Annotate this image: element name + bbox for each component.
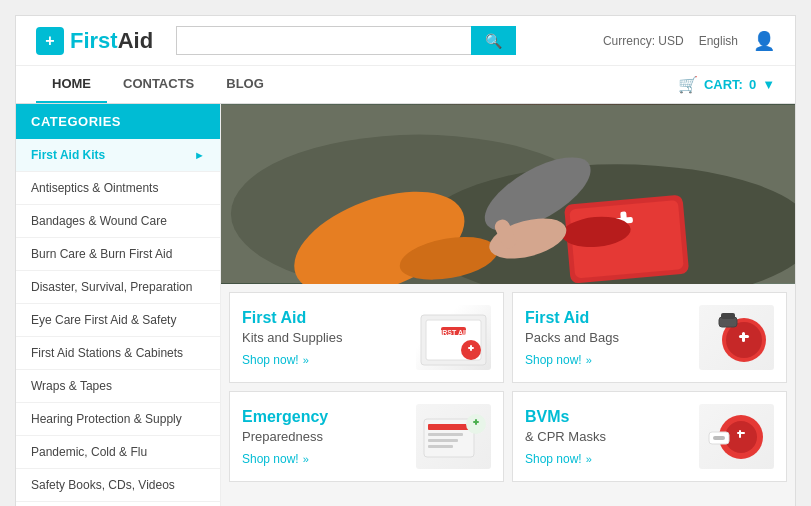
user-icon[interactable]: 👤 [753,30,775,52]
main-content: CATEGORIES First Aid Kits ► Antiseptics … [16,104,795,506]
cart-icon: 🛒 [678,75,698,94]
svg-rect-30 [428,445,453,448]
product-card-bvm: BVMs & CPR Masks Shop now! » [512,391,787,482]
cart-dropdown-icon: ▼ [762,77,775,92]
product-image-emergency [416,404,491,469]
navbar: HOME CONTACTS BLOG 🛒 CART: 0 ▼ [16,66,795,104]
nav-left: HOME CONTACTS BLOG [36,66,280,103]
product-image-kits: FIRST AID [416,305,491,370]
cart-area[interactable]: 🛒 CART: 0 ▼ [678,75,775,94]
card-subtitle-packs: Packs and Bags [525,330,689,345]
sidebar-item-disaster[interactable]: Disaster, Survival, Preparation [16,271,220,304]
kits-svg: FIRST AID [416,305,491,370]
packs-svg [699,305,774,370]
hero-banner [221,104,795,284]
hero-image [221,104,795,284]
product-card-kits: First Aid Kits and Supplies Shop now! » [229,292,504,383]
svg-text:FIRST AID: FIRST AID [436,329,470,336]
svg-rect-25 [721,313,735,319]
logo-icon: + [36,27,64,55]
svg-rect-29 [428,439,458,442]
arrow-right-icon-packs: » [586,354,592,366]
svg-rect-28 [428,433,463,436]
logo[interactable]: + FirstAid [36,27,166,55]
store-container: + FirstAid 🔍 Currency: USD English 👤 HOM… [15,15,796,506]
sidebar-item-bandages[interactable]: Bandages & Wound Care [16,205,220,238]
cart-label: CART: [704,77,743,92]
header: + FirstAid 🔍 Currency: USD English 👤 [16,16,795,66]
svg-rect-19 [470,345,472,351]
categories-title: CATEGORIES [16,104,220,139]
arrow-right-icon-emergency: » [303,453,309,465]
hero-background [221,104,795,284]
sidebar-item-eye-care[interactable]: Eye Care First Aid & Safety [16,304,220,337]
bvm-svg [699,404,774,469]
shop-now-packs[interactable]: Shop now! » [525,353,689,367]
nav-item-home[interactable]: HOME [36,66,107,103]
shop-now-kits[interactable]: Shop now! » [242,353,406,367]
svg-rect-39 [713,436,725,440]
arrow-right-icon: » [303,354,309,366]
sidebar-item-hearing[interactable]: Hearing Protection & Supply [16,403,220,436]
sidebar-item-safety-books[interactable]: Safety Books, CDs, Videos [16,469,220,502]
search-button[interactable]: 🔍 [471,26,516,55]
nav-item-contacts[interactable]: CONTACTS [107,66,210,103]
svg-rect-23 [742,332,745,342]
card-subtitle-bvm: & CPR Masks [525,429,689,444]
language-selector[interactable]: English [699,34,738,48]
card-subtitle-kits: Kits and Supplies [242,330,406,345]
search-input[interactable] [176,26,471,55]
svg-rect-27 [428,424,470,430]
product-card-emergency: Emergency Preparedness Shop now! » [229,391,504,482]
page-wrapper: + FirstAid 🔍 Currency: USD English 👤 HOM… [0,0,811,506]
card-title-packs: First Aid [525,308,689,327]
chevron-right-icon: ► [194,149,205,161]
content-area: First Aid Kits and Supplies Shop now! » [221,104,795,506]
card-title-kits: First Aid [242,308,406,327]
search-bar: 🔍 [176,26,516,55]
sidebar-item-burn-care[interactable]: Burn Care & Burn First Aid [16,238,220,271]
product-cards-grid: First Aid Kits and Supplies Shop now! » [221,284,795,490]
emergency-svg [416,404,491,469]
nav-item-blog[interactable]: BLOG [210,66,280,103]
product-image-packs [699,305,774,370]
sidebar-item-pandemic[interactable]: Pandemic, Cold & Flu [16,436,220,469]
shop-now-bvm[interactable]: Shop now! » [525,452,689,466]
sidebar-item-stations[interactable]: First Aid Stations & Cabinets [16,337,220,370]
card-info-kits: First Aid Kits and Supplies Shop now! » [242,308,406,366]
arrow-right-icon-bvm: » [586,453,592,465]
cart-count: 0 [749,77,756,92]
shop-now-emergency[interactable]: Shop now! » [242,452,406,466]
sidebar-item-wraps[interactable]: Wraps & Tapes [16,370,220,403]
card-info-packs: First Aid Packs and Bags Shop now! » [525,308,689,366]
logo-text: FirstAid [70,28,153,54]
card-info-bvm: BVMs & CPR Masks Shop now! » [525,407,689,465]
svg-rect-33 [475,419,477,425]
product-image-bvm [699,404,774,469]
svg-rect-37 [739,430,741,438]
card-title-bvm: BVMs [525,407,689,426]
sidebar-item-antiseptics[interactable]: Antiseptics & Ointments [16,172,220,205]
card-subtitle-emergency: Preparedness [242,429,406,444]
sidebar-item-tablets[interactable]: Tablets & Medications [16,502,220,506]
sidebar: CATEGORIES First Aid Kits ► Antiseptics … [16,104,221,506]
card-info-emergency: Emergency Preparedness Shop now! » [242,407,406,465]
currency-label[interactable]: Currency: USD [603,34,684,48]
product-card-packs: First Aid Packs and Bags Shop now! » [512,292,787,383]
card-title-emergency: Emergency [242,407,406,426]
sidebar-item-first-aid-kits[interactable]: First Aid Kits ► [16,139,220,172]
header-right: Currency: USD English 👤 [603,30,775,52]
search-icon: 🔍 [485,33,502,49]
